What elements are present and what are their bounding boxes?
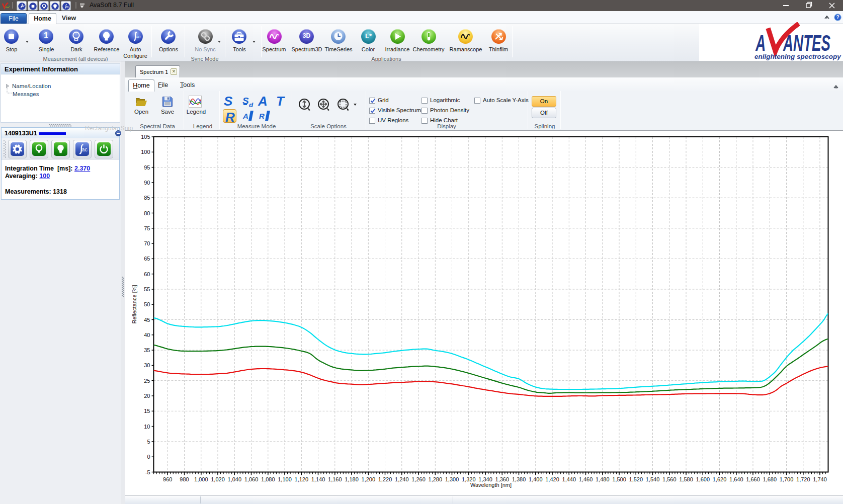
svg-text:25: 25 (144, 378, 150, 384)
svg-text:20: 20 (144, 393, 150, 399)
svg-text:65: 65 (144, 256, 150, 262)
svg-text:1,680: 1,680 (763, 476, 777, 482)
svg-text:70: 70 (144, 240, 150, 246)
svg-text:15: 15 (144, 408, 150, 414)
svg-text:1,500: 1,500 (612, 476, 626, 482)
svg-text:1,000: 1,000 (194, 476, 208, 482)
svg-text:1,660: 1,660 (746, 476, 760, 482)
svg-text:75: 75 (144, 225, 150, 231)
svg-text:1,440: 1,440 (562, 476, 576, 482)
svg-text:90: 90 (144, 180, 150, 186)
svg-text:1,140: 1,140 (311, 476, 325, 482)
svg-text:1,460: 1,460 (579, 476, 593, 482)
svg-text:105: 105 (141, 134, 150, 140)
svg-text:1,080: 1,080 (261, 476, 275, 482)
svg-text:80: 80 (144, 210, 150, 216)
svg-text:A: A (755, 31, 766, 56)
svg-text:0: 0 (147, 454, 150, 460)
svg-text:50: 50 (144, 301, 150, 307)
svg-text:1,160: 1,160 (328, 476, 342, 482)
svg-text:1,540: 1,540 (646, 476, 660, 482)
svg-text:1,300: 1,300 (445, 476, 459, 482)
svg-text:1,340: 1,340 (478, 476, 492, 482)
svg-text:40: 40 (144, 332, 150, 338)
svg-text:ANTES: ANTES (783, 31, 830, 56)
svg-text:1,640: 1,640 (729, 476, 743, 482)
svg-text:1,120: 1,120 (295, 476, 309, 482)
svg-text:35: 35 (144, 347, 150, 353)
svg-text:1,040: 1,040 (228, 476, 242, 482)
svg-text:1,240: 1,240 (395, 476, 409, 482)
svg-text:1,380: 1,380 (512, 476, 526, 482)
svg-text:45: 45 (144, 317, 150, 323)
svg-text:1,200: 1,200 (362, 476, 376, 482)
svg-text:ac: ac (136, 34, 141, 39)
svg-text:960: 960 (163, 476, 172, 482)
svg-text:?: ? (836, 15, 839, 20)
svg-text:100: 100 (141, 149, 150, 155)
svg-text:1,400: 1,400 (529, 476, 543, 482)
svg-text:1,520: 1,520 (629, 476, 643, 482)
svg-text:Wavelength [nm]: Wavelength [nm] (470, 482, 512, 488)
svg-text:ac: ac (66, 5, 69, 8)
svg-text:1,620: 1,620 (713, 476, 727, 482)
svg-text:1,720: 1,720 (796, 476, 810, 482)
svg-text:1,360: 1,360 (495, 476, 510, 482)
svg-text:1,100: 1,100 (278, 476, 292, 482)
svg-text:1,420: 1,420 (545, 476, 559, 482)
svg-text:1,280: 1,280 (429, 476, 443, 482)
svg-text:5: 5 (147, 439, 150, 445)
svg-text:60: 60 (144, 271, 150, 277)
svg-text:ac: ac (82, 146, 88, 152)
svg-text:enlightening spectroscopy: enlightening spectroscopy (754, 53, 841, 60)
svg-text:1,560: 1,560 (662, 476, 677, 482)
svg-text:1,580: 1,580 (679, 476, 693, 482)
svg-text:1,180: 1,180 (345, 476, 359, 482)
svg-text:Reflectance [%]: Reflectance [%] (131, 285, 137, 323)
svg-text:85: 85 (144, 195, 150, 201)
svg-text:1,740: 1,740 (813, 476, 827, 482)
svg-text:10: 10 (144, 424, 150, 430)
svg-text:1,260: 1,260 (411, 476, 426, 482)
svg-text:980: 980 (180, 476, 189, 482)
svg-text:1,060: 1,060 (244, 476, 259, 482)
svg-text:30: 30 (144, 362, 150, 368)
svg-text:1,020: 1,020 (211, 476, 225, 482)
svg-text:1,320: 1,320 (462, 476, 476, 482)
svg-text:1,480: 1,480 (596, 476, 610, 482)
svg-text:95: 95 (144, 164, 150, 171)
svg-text:1,700: 1,700 (780, 476, 794, 482)
svg-text:55: 55 (144, 286, 150, 292)
svg-text:1,600: 1,600 (696, 476, 710, 482)
svg-text:1,220: 1,220 (378, 476, 392, 482)
svg-text:-5: -5 (145, 469, 150, 475)
